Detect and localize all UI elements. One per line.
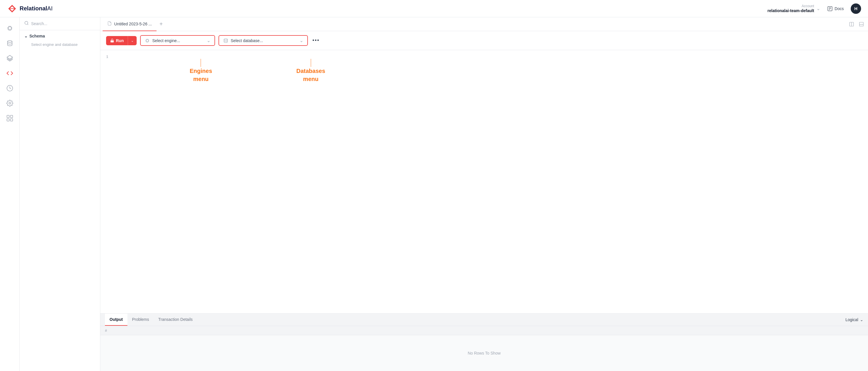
sidebar-item-history[interactable] <box>3 82 16 95</box>
code-content[interactable] <box>113 55 862 309</box>
svg-point-21 <box>224 39 227 40</box>
line-numbers: 1 <box>106 55 108 309</box>
main-layout: ⌄ Schema Select engine and database Unti… <box>0 17 868 371</box>
engine-select[interactable]: Select engine... ⌄ <box>140 35 215 46</box>
svg-rect-9 <box>7 115 9 118</box>
lock-icon <box>110 39 114 43</box>
tab-label: Untitled 2023-5-26 ... <box>114 22 152 26</box>
docs-label: Docs <box>835 6 844 11</box>
hash-column: # <box>105 328 107 333</box>
svg-rect-4 <box>8 27 11 30</box>
schema-section: ⌄ Schema Select engine and database <box>20 30 100 52</box>
docs-button[interactable]: Docs <box>827 6 844 11</box>
db-icon <box>223 38 228 43</box>
chip-icon <box>6 25 13 32</box>
code-icon <box>6 70 13 77</box>
logo-icon <box>7 3 17 14</box>
output-empty-message: No Rows To Show <box>100 335 868 371</box>
account-chevron-icon: ⌄ <box>816 6 820 11</box>
layers-icon <box>6 55 13 62</box>
db-chevron-icon: ⌄ <box>300 38 303 43</box>
output-panel: Output Problems Transaction Details Logi… <box>100 313 868 371</box>
search-icon <box>24 21 29 27</box>
output-table-header: # <box>100 326 868 335</box>
sidebar-item-settings[interactable] <box>3 97 16 110</box>
tab-problems[interactable]: Problems <box>127 314 154 326</box>
svg-rect-20 <box>146 39 149 42</box>
search-bar <box>20 17 100 30</box>
svg-marker-6 <box>7 55 13 59</box>
tab-output[interactable]: Output <box>105 314 127 326</box>
top-header: RelationalAI Account relationalai-team-d… <box>0 0 868 17</box>
tab-file-icon <box>107 21 112 27</box>
panel-sidebar: ⌄ Schema Select engine and database <box>20 17 100 371</box>
database-icon <box>6 40 13 47</box>
db-select-text: Select database... <box>230 38 297 43</box>
settings-icon <box>6 100 13 107</box>
svg-rect-12 <box>10 119 13 121</box>
sidebar-item-code[interactable] <box>3 67 16 80</box>
more-options-button[interactable]: ••• <box>311 36 320 45</box>
svg-rect-17 <box>859 22 863 26</box>
svg-point-5 <box>7 41 12 42</box>
editor-with-annotations: 1 Engines menu Databases menu <box>100 50 868 313</box>
history-icon <box>6 85 13 92</box>
svg-point-13 <box>25 21 28 25</box>
tab-bar: Untitled 2023-5-26 ... + <box>100 17 868 31</box>
engine-select-text: Select engine... <box>152 38 205 43</box>
svg-rect-10 <box>10 115 13 118</box>
svg-point-8 <box>9 102 11 104</box>
split-view-icon[interactable] <box>847 20 856 28</box>
logical-select[interactable]: Logical ⌄ <box>845 317 863 322</box>
svg-line-14 <box>27 24 28 25</box>
engine-chevron-icon: ⌄ <box>207 38 211 43</box>
shortcuts-icon <box>6 115 13 122</box>
run-label: Run <box>116 38 124 43</box>
code-editor[interactable]: 1 <box>100 50 868 313</box>
logical-label: Logical <box>845 317 858 322</box>
schema-item-engine-db[interactable]: Select engine and database <box>24 41 95 49</box>
tab-add-button[interactable]: + <box>157 20 166 29</box>
sidebar-item-chip[interactable] <box>3 22 16 35</box>
search-input[interactable] <box>31 21 95 26</box>
run-button[interactable]: Run ⌄ <box>106 36 137 45</box>
account-selector[interactable]: Account relationalai-team-default ⌄ <box>767 4 820 13</box>
tab-untitled[interactable]: Untitled 2023-5-26 ... <box>103 17 157 31</box>
content-area: Untitled 2023-5-26 ... + <box>100 17 868 371</box>
svg-rect-11 <box>7 119 9 121</box>
tab-transaction-details[interactable]: Transaction Details <box>154 314 197 326</box>
logo-text: RelationalAI <box>20 5 53 12</box>
schema-label: Schema <box>29 34 45 38</box>
run-caret-icon[interactable]: ⌄ <box>128 36 137 45</box>
user-avatar[interactable]: H <box>851 3 861 14</box>
sidebar-item-shortcuts[interactable] <box>3 112 16 125</box>
engine-icon <box>145 38 150 43</box>
bottom-panel-icon[interactable] <box>857 20 866 28</box>
toolbar: Run ⌄ Select engine... ⌄ <box>100 31 868 50</box>
svg-rect-19 <box>111 40 114 42</box>
database-select[interactable]: Select database... ⌄ <box>218 35 308 46</box>
schema-chevron-icon: ⌄ <box>24 34 28 38</box>
schema-header[interactable]: ⌄ Schema <box>24 34 95 38</box>
docs-icon <box>827 6 833 11</box>
output-tabs: Output Problems Transaction Details Logi… <box>100 314 868 326</box>
view-icons <box>847 20 866 28</box>
editor-area: Run ⌄ Select engine... ⌄ <box>100 31 868 371</box>
sidebar-item-database[interactable] <box>3 37 16 50</box>
sidebar-item-layers[interactable] <box>3 52 16 65</box>
account-label: Account <box>767 4 814 8</box>
icon-sidebar <box>0 17 20 371</box>
account-name: relationalai-team-default <box>767 8 814 13</box>
logo: RelationalAI <box>7 3 53 14</box>
header-right: Account relationalai-team-default ⌄ Docs… <box>767 3 861 14</box>
logical-chevron-icon: ⌄ <box>860 317 863 322</box>
